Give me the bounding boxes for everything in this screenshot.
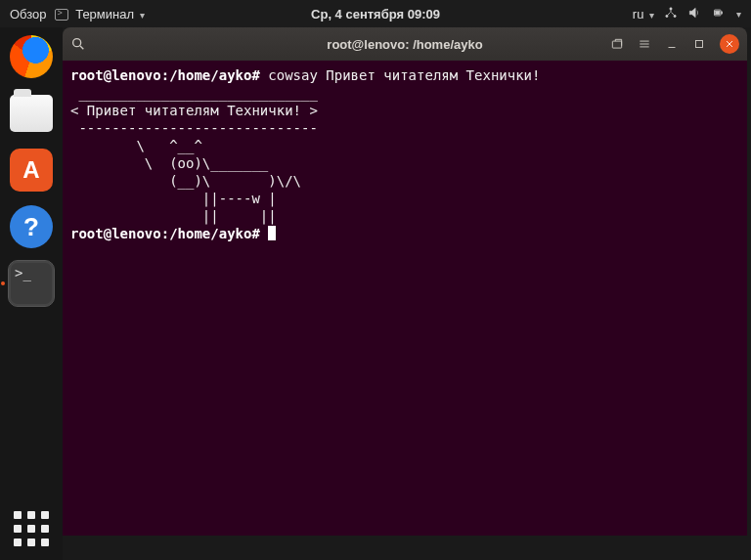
network-icon[interactable] — [664, 6, 678, 22]
svg-rect-8 — [696, 41, 703, 48]
command: cowsay Привет читателям Технички! — [260, 67, 541, 83]
dock: A ? >_ — [0, 27, 63, 560]
dock-files[interactable] — [8, 90, 55, 137]
dock-software[interactable]: A — [8, 147, 55, 194]
chevron-down-icon: ▾ — [736, 9, 741, 20]
svg-point-1 — [666, 15, 668, 17]
svg-rect-4 — [722, 11, 723, 13]
prompt: root@lenovo:/home/ayko# — [70, 67, 260, 83]
keyboard-layout[interactable]: ru ▾ — [633, 7, 654, 22]
svg-point-0 — [670, 7, 672, 9]
search-button[interactable] — [70, 36, 86, 52]
terminal-window: root@lenovo: /home/ayko root@lenovo:/hom… — [63, 27, 747, 536]
prompt: root@lenovo:/home/ayko# — [70, 226, 260, 241]
svg-rect-7 — [612, 41, 621, 48]
chevron-down-icon: ▾ — [140, 10, 145, 21]
close-button[interactable] — [720, 34, 739, 54]
chevron-down-icon: ▾ — [649, 10, 654, 21]
power-icon[interactable] — [711, 6, 725, 22]
folder-icon — [10, 95, 53, 132]
firefox-icon — [10, 35, 53, 78]
volume-icon[interactable] — [687, 6, 701, 22]
dock-help[interactable]: ? — [8, 203, 55, 250]
software-icon: A — [10, 149, 53, 192]
new-tab-button[interactable] — [610, 37, 624, 51]
terminal-icon: >_ — [8, 260, 55, 307]
app-menu-label: Терминал — [75, 7, 134, 22]
svg-point-2 — [674, 15, 676, 17]
terminal-icon — [55, 9, 68, 21]
svg-rect-5 — [716, 11, 720, 15]
top-panel: Обзор Терминал ▾ Ср, 4 сентября 09:09 ru… — [0, 0, 751, 27]
help-icon: ? — [10, 205, 53, 248]
maximize-button[interactable] — [692, 37, 706, 51]
lang-label: ru — [633, 7, 644, 22]
cursor — [268, 226, 276, 240]
app-menu[interactable]: Терминал ▾ — [55, 7, 145, 22]
minimize-button[interactable] — [665, 37, 679, 51]
terminal-body[interactable]: root@lenovo:/home/ayko# cowsay Привет чи… — [63, 61, 747, 536]
svg-point-6 — [73, 39, 81, 47]
menu-button[interactable] — [638, 37, 651, 51]
dock-terminal[interactable]: >_ — [8, 260, 55, 307]
dock-firefox[interactable] — [8, 33, 55, 80]
titlebar[interactable]: root@lenovo: /home/ayko — [63, 27, 747, 61]
show-applications[interactable] — [12, 509, 51, 548]
window-title: root@lenovo: /home/ayko — [327, 37, 482, 52]
clock[interactable]: Ср, 4 сентября 09:09 — [311, 7, 440, 22]
activities-button[interactable]: Обзор — [10, 7, 47, 22]
command-output: _____________________________ < Привет ч… — [70, 85, 318, 224]
